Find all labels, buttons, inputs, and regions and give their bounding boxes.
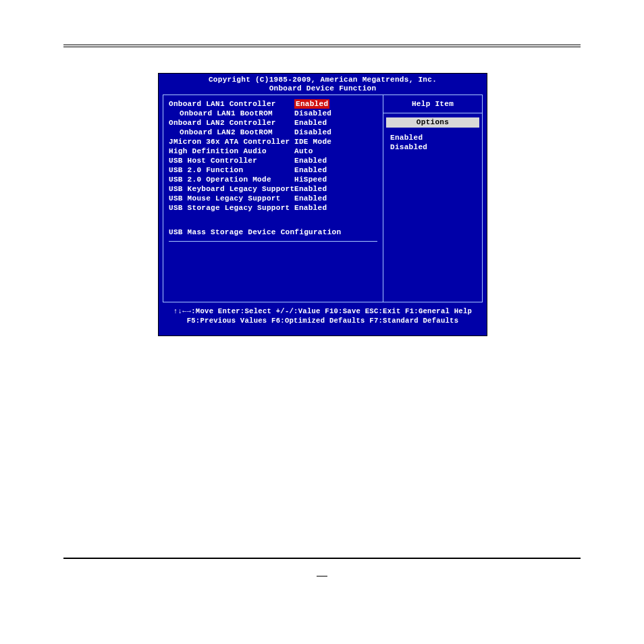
- setting-value[interactable]: Enabled: [294, 99, 329, 109]
- bottom-divider: [63, 558, 581, 559]
- setting-row[interactable]: USB Keyboard Legacy SupportEnabled: [169, 184, 377, 194]
- setting-label: USB Storage Legacy Support: [169, 203, 294, 213]
- setting-value[interactable]: Disabled: [294, 128, 377, 137]
- setting-label: Onboard LAN2 Controller: [169, 118, 294, 128]
- setting-value[interactable]: Auto: [294, 146, 377, 156]
- bios-body: Onboard LAN1 ControllerEnabledOnboard LA…: [159, 95, 487, 302]
- setting-label: Onboard LAN1 BootROM: [169, 109, 294, 118]
- setting-label: High Definition Audio: [169, 146, 294, 156]
- help-title: Help Item: [383, 99, 482, 109]
- setting-label: USB Host Controller: [169, 156, 294, 165]
- setting-label: USB 2.0 Function: [169, 165, 294, 175]
- help-option-enabled: Enabled: [383, 133, 482, 142]
- footer-keys-line2: F5:Previous Values F6:Optimized Defaults…: [159, 316, 487, 325]
- options-header: Options: [386, 117, 479, 128]
- bios-footer: ↑↓←→:Move Enter:Select +/-/:Value F10:Sa…: [159, 302, 487, 328]
- help-panel: Help Item Options Enabled Disabled: [383, 95, 483, 302]
- setting-value[interactable]: HiSpeed: [294, 175, 377, 184]
- page-title: Onboard Device Function: [159, 84, 487, 93]
- setting-value[interactable]: IDE Mode: [294, 137, 377, 146]
- setting-label: USB Keyboard Legacy Support: [169, 184, 294, 194]
- setting-value[interactable]: Disabled: [294, 109, 377, 118]
- setting-label: Onboard LAN2 BootROM: [169, 128, 294, 137]
- footer-keys-line1: ↑↓←→:Move Enter:Select +/-/:Value F10:Sa…: [159, 306, 487, 316]
- setting-value[interactable]: Enabled: [294, 194, 377, 203]
- setting-row[interactable]: Onboard LAN2 ControllerEnabled: [169, 118, 377, 128]
- setting-label: JMicron 36x ATA Controller: [169, 137, 294, 146]
- setting-value[interactable]: Enabled: [294, 165, 377, 175]
- setting-label: USB 2.0 Operation Mode: [169, 175, 294, 184]
- copyright-text: Copyright (C)1985-2009, American Megatre…: [159, 76, 487, 84]
- section-divider: [169, 241, 377, 242]
- setting-row[interactable]: High Definition AudioAuto: [169, 146, 377, 156]
- help-option-disabled: Disabled: [383, 142, 482, 152]
- setting-row[interactable]: Onboard LAN1 BootROMDisabled: [169, 109, 377, 118]
- bios-header: Copyright (C)1985-2009, American Megatre…: [159, 74, 487, 95]
- setting-row[interactable]: USB 2.0 Operation ModeHiSpeed: [169, 175, 377, 184]
- setting-label: USB Mouse Legacy Support: [169, 194, 294, 203]
- setting-value[interactable]: Enabled: [294, 184, 377, 194]
- help-divider: [383, 113, 482, 113]
- top-divider: [63, 45, 581, 47]
- setting-row[interactable]: USB Host ControllerEnabled: [169, 156, 377, 165]
- setting-label: Onboard LAN1 Controller: [169, 99, 294, 109]
- setting-value[interactable]: Enabled: [294, 203, 377, 213]
- setting-row[interactable]: USB 2.0 FunctionEnabled: [169, 165, 377, 175]
- setting-row[interactable]: USB Mouse Legacy SupportEnabled: [169, 194, 377, 203]
- page-number: [0, 572, 644, 581]
- setting-row[interactable]: Onboard LAN1 ControllerEnabled: [169, 99, 377, 109]
- setting-value[interactable]: Enabled: [294, 118, 377, 128]
- setting-row[interactable]: JMicron 36x ATA ControllerIDE Mode: [169, 137, 377, 146]
- setting-row[interactable]: Onboard LAN2 BootROMDisabled: [169, 128, 377, 137]
- bios-setup-window: Copyright (C)1985-2009, American Megatre…: [158, 73, 487, 336]
- setting-row[interactable]: USB Storage Legacy SupportEnabled: [169, 203, 377, 213]
- setting-value[interactable]: Enabled: [294, 156, 377, 165]
- usb-mass-storage-submenu[interactable]: USB Mass Storage Device Configuration: [169, 227, 377, 237]
- settings-panel: Onboard LAN1 ControllerEnabledOnboard LA…: [163, 95, 383, 302]
